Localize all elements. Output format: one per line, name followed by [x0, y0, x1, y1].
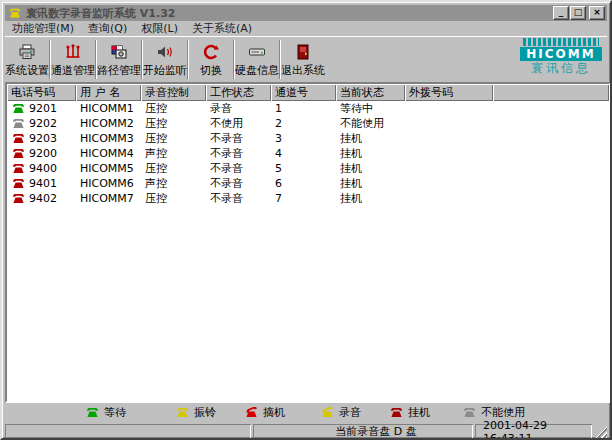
phone-status-icon: [11, 178, 26, 189]
current-status: 挂机: [336, 161, 405, 176]
column-header-empty[interactable]: [493, 84, 609, 101]
record-control: 声控: [141, 176, 206, 191]
user-name: HICOMM2: [76, 117, 141, 130]
toolbar: 系统设置 通道管理: [5, 36, 607, 82]
legend-item-waiting: 等待: [85, 405, 126, 420]
start-monitor-button[interactable]: 开始监听: [143, 37, 187, 82]
maximize-button[interactable]: □: [570, 6, 586, 20]
switch-button[interactable]: 切换: [189, 37, 233, 82]
table-row[interactable]: 9401 HICOMM6 声控 不录音 6 挂机: [7, 176, 609, 191]
legend-item-recording: 录音: [320, 405, 361, 420]
hicomm-logo: HICOMM 寰讯信息: [520, 38, 602, 75]
channel-number: 4: [271, 147, 336, 160]
work-status: 不录音: [206, 131, 271, 146]
work-status: 录音: [206, 101, 271, 116]
current-status: 等待中: [336, 101, 405, 116]
minimize-button[interactable]: _: [553, 6, 569, 20]
logo-company: 寰讯信息: [520, 61, 602, 75]
status-recording-disk: 当前录音盘 D 盘: [253, 424, 473, 439]
current-status: 挂机: [336, 176, 405, 191]
phone-offhook-icon: [244, 407, 259, 418]
work-status: 不录音: [206, 191, 271, 206]
toolbar-button-label: 开始监听: [143, 63, 187, 78]
current-status: 挂机: [336, 131, 405, 146]
user-name: HICOMM7: [76, 192, 141, 205]
column-header-work-status[interactable]: 工作状态: [206, 84, 271, 101]
record-control: 压控: [141, 116, 206, 131]
channel-number: 7: [271, 192, 336, 205]
toolbar-button-label: 硬盘信息: [235, 63, 279, 78]
exit-system-button[interactable]: 退出系统: [281, 37, 325, 82]
app-phone-icon: [8, 7, 22, 19]
path-management-button[interactable]: 路径管理: [97, 37, 141, 82]
channel-number: 1: [271, 102, 336, 115]
menu-permissions[interactable]: 权限(L): [134, 21, 185, 36]
window-title: 寰讯数字录音监听系统 V1.32: [26, 6, 552, 21]
table-row[interactable]: 9200 HICOMM4 声控 不录音 4 挂机: [7, 146, 609, 161]
phone-onhook-icon: [389, 407, 404, 418]
system-settings-button[interactable]: 系统设置: [5, 37, 49, 82]
phone-unavailable-icon: [462, 407, 477, 418]
column-header-record-control[interactable]: 录音控制: [141, 84, 206, 101]
channel-table: 电话号码 用 户 名 录音控制 工作状态 通道号 当前状态 外拨号码 9201 …: [5, 82, 611, 403]
phone-number: 9203: [29, 132, 57, 145]
title-bar[interactable]: 寰讯数字录音监听系统 V1.32 _ □ ×: [5, 5, 607, 21]
phone-number: 9202: [29, 117, 57, 130]
phone-ringing-icon: [175, 407, 190, 418]
harddisk-info-button[interactable]: 硬盘信息: [235, 37, 279, 82]
menu-query[interactable]: 查询(Q): [81, 21, 134, 36]
path-icon: [110, 43, 128, 61]
user-name: HICOMM1: [76, 102, 141, 115]
phone-number: 9200: [29, 147, 57, 160]
user-name: HICOMM4: [76, 147, 141, 160]
close-button[interactable]: ×: [589, 6, 605, 20]
current-status: 不能使用: [336, 116, 405, 131]
column-header-channel[interactable]: 通道号: [271, 84, 336, 101]
column-header-phone[interactable]: 电话号码: [7, 84, 76, 101]
column-header-current-status[interactable]: 当前状态: [336, 84, 405, 101]
phone-status-icon: [11, 163, 26, 174]
toolbar-button-label: 路径管理: [97, 63, 141, 78]
table-row[interactable]: 9400 HICOMM5 压控 不录音 5 挂机: [7, 161, 609, 176]
phone-status-icon: [11, 193, 26, 204]
channel-management-button[interactable]: 通道管理: [51, 37, 95, 82]
speaker-icon: [156, 43, 174, 61]
phone-number: 9201: [29, 102, 57, 115]
table-row[interactable]: 9202 HICOMM2 压控 不使用 2 不能使用: [7, 116, 609, 131]
phone-number: 9400: [29, 162, 57, 175]
legend-item-offhook: 摘机: [244, 405, 285, 420]
logo-pattern: [523, 38, 599, 46]
table-row[interactable]: 9402 HICOMM7 压控 不录音 7 挂机: [7, 191, 609, 206]
legend-label: 等待: [104, 405, 126, 420]
phone-status-icon: [11, 103, 26, 114]
toolbar-button-label: 系统设置: [5, 63, 49, 78]
toolbar-button-label: 退出系统: [281, 63, 325, 78]
column-header-user[interactable]: 用 户 名: [76, 84, 141, 101]
menu-function-management[interactable]: 功能管理(M): [5, 21, 81, 36]
legend-label: 振铃: [194, 405, 216, 420]
logo-brand: HICOMM: [520, 47, 602, 61]
channel-number: 3: [271, 132, 336, 145]
user-name: HICOMM5: [76, 162, 141, 175]
current-status: 挂机: [336, 191, 405, 206]
channel-number: 6: [271, 177, 336, 190]
table-row[interactable]: 9203 HICOMM3 压控 不录音 3 挂机: [7, 131, 609, 146]
printer-icon: [18, 43, 36, 61]
table-row[interactable]: 9201 HICOMM1 压控 录音 1 等待中: [7, 101, 609, 116]
phone-number: 9402: [29, 192, 57, 205]
status-bar: 当前录音盘 D 盘 2001-04-29 16:43:11: [5, 422, 607, 439]
status-panel-empty: [5, 424, 251, 439]
status-datetime: 2001-04-29 16:43:11: [475, 424, 592, 439]
menu-about-system[interactable]: 关于系统(A): [185, 21, 259, 36]
channel-number: 5: [271, 162, 336, 175]
table-header: 电话号码 用 户 名 录音控制 工作状态 通道号 当前状态 外拨号码: [7, 84, 609, 101]
phone-status-icon: [11, 133, 26, 144]
menu-bar: 功能管理(M) 查询(Q) 权限(L) 关于系统(A): [5, 21, 607, 36]
phone-status-icon: [11, 148, 26, 159]
phone-waiting-icon: [85, 407, 100, 418]
work-status: 不录音: [206, 176, 271, 191]
record-control: 压控: [141, 191, 206, 206]
column-header-outgoing[interactable]: 外拨号码: [405, 84, 493, 101]
phone-status-icon: [11, 118, 26, 129]
resize-grip[interactable]: [594, 426, 607, 439]
